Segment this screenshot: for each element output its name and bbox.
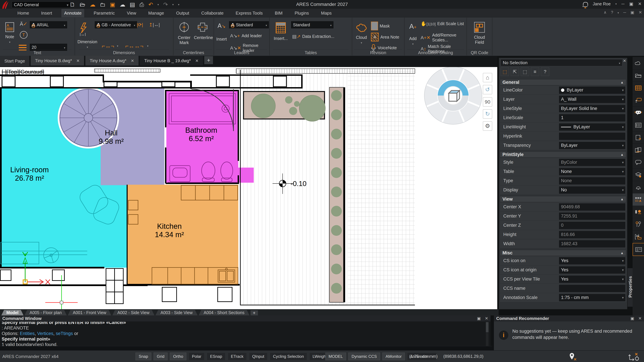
section-printstyle[interactable]: PrintStyle▲: [500, 151, 626, 158]
layer-field[interactable]: A_ Wall▾: [559, 95, 626, 103]
user-menu-caret-icon[interactable]: [615, 2, 617, 5]
doc-close-icon[interactable]: ✕: [639, 10, 642, 15]
cloud-palette-icon[interactable]: [632, 57, 644, 69]
table-style-select[interactable]: Standard: [291, 21, 334, 28]
data-extraction-button[interactable]: ▤↗Data Extraction...: [292, 34, 334, 39]
toggle-dynamic-ccs[interactable]: Dynamic CCS: [348, 353, 380, 360]
text-style-select[interactable]: AARIAL: [30, 21, 67, 28]
center-mark-button[interactable]: Center Mark: [176, 22, 192, 45]
display-field[interactable]: No▾: [559, 186, 626, 194]
linestyle-field[interactable]: ByLayer Solid line▾: [559, 105, 626, 112]
close-icon[interactable]: ✕: [485, 316, 488, 321]
cs-icon-on-field[interactable]: Yes▾: [559, 257, 626, 265]
nav-buttons[interactable]: ⌂ ↺ 90 ↻ ⚙: [483, 73, 492, 131]
toggle-cycling-selection[interactable]: Cycling Selection: [270, 353, 307, 360]
floor-plan[interactable]: -0.10 Living-room 26.78 m² Hall 9.98 m² …: [0, 67, 497, 309]
option-link[interactable]: seTtings: [56, 331, 73, 336]
dimension-style-select[interactable]: AGB - Annotative: [95, 21, 137, 28]
structure-palette-icon[interactable]: [632, 243, 644, 256]
recommender-header[interactable]: Command Recommender ▣✕: [494, 316, 644, 322]
select-entities-button[interactable]: ⬚: [500, 67, 509, 76]
close-icon[interactable]: ✕: [623, 58, 626, 63]
toggle-polar[interactable]: Polar: [189, 353, 204, 360]
help-icon[interactable]: ?: [611, 10, 613, 15]
find-text-icon[interactable]: T: [20, 31, 28, 39]
lineweight-field[interactable]: ByLayer▾: [559, 123, 626, 131]
dimension-update-icon[interactable]: |⟳|: [137, 22, 143, 27]
open-palette-icon[interactable]: [632, 69, 644, 82]
note-button[interactable]: Note: [3, 22, 16, 44]
doc-tab-start-page[interactable]: Start Page: [0, 56, 29, 66]
toggle-etrack[interactable]: ETrack: [228, 353, 247, 360]
command-history[interactable]: Specify internal point or press ENTER to…: [2, 322, 484, 346]
add-remove-scales-button[interactable]: A+✕ Add/Remove Scales...: [420, 33, 466, 42]
location-pin-icon[interactable]: ✕: [568, 352, 576, 361]
table-palette-icon[interactable]: [632, 82, 644, 94]
dimension-extend-icon[interactable]: ↥|↔|: [149, 22, 160, 27]
compare-palette-icon[interactable]: [632, 144, 644, 156]
viewport-control-label[interactable]: [ ][Top][Gouraud]: [2, 68, 44, 75]
toggle-qinput[interactable]: QInput: [249, 353, 268, 360]
command-window-header[interactable]: Command Window ▣✕: [0, 316, 490, 322]
toggle-amonitor[interactable]: AMonitor: [382, 353, 405, 360]
notifications-bell-icon[interactable]: [583, 2, 588, 6]
section-view[interactable]: View▲: [500, 196, 626, 202]
float-icon[interactable]: ▣: [477, 316, 481, 321]
cs-icon-origin-field[interactable]: Yes▾: [559, 266, 626, 274]
navigation-wheel[interactable]: [424, 67, 482, 124]
centerline-button[interactable]: Centerline: [194, 22, 211, 40]
section-misc[interactable]: Misc▲: [500, 250, 626, 256]
transparency-field[interactable]: ByLayer▾: [559, 142, 626, 149]
toggle-grid[interactable]: Grid: [154, 353, 168, 360]
quick-select-button[interactable]: ≡: [531, 67, 539, 76]
cloud-field-button[interactable]: CloudField: [472, 22, 487, 45]
toggle-esnap[interactable]: ESnap: [207, 353, 225, 360]
style-manager-palette-icon[interactable]: [632, 206, 644, 218]
linescale-field[interactable]: 1: [559, 114, 626, 122]
mask-button[interactable]: Mask: [371, 22, 390, 30]
new-layout-button[interactable]: +: [250, 310, 258, 316]
layers-palette-icon[interactable]: [632, 169, 644, 181]
layout-tab-model[interactable]: Model: [1, 310, 24, 316]
properties-side-tab[interactable]: Properties: [628, 268, 632, 307]
ribbon-collapse-icon[interactable]: ∧: [604, 10, 606, 15]
add-leader-button[interactable]: A↘+Add leader: [230, 33, 262, 38]
revision-cloud-button[interactable]: Cloud: [354, 22, 369, 45]
smart-dimension-icon[interactable]: |↔|: [79, 23, 89, 37]
leader-style-select[interactable]: AStandard: [229, 21, 269, 28]
tab-manage[interactable]: Manage: [146, 9, 167, 17]
annotation-scale-field[interactable]: 1:75 - cm mm▾: [559, 294, 626, 302]
dimension-baseline-caret[interactable]: [147, 44, 148, 48]
close-icon[interactable]: [76, 58, 80, 63]
table-field[interactable]: None▾: [559, 168, 626, 175]
box-select-button[interactable]: ⬚: [521, 67, 529, 76]
deselect-button[interactable]: ⇱: [511, 67, 519, 76]
layout-tab-a002[interactable]: A002 - Side View: [112, 310, 154, 316]
hyperlink-field[interactable]: [559, 132, 626, 140]
layout-tab-a004[interactable]: A004 - Short Sections: [198, 310, 250, 316]
dimension-linear-caret[interactable]: [117, 44, 118, 48]
command-input[interactable]: [0, 346, 492, 350]
layout-tab-a003[interactable]: A003 - Side View: [156, 310, 198, 316]
tab-maps[interactable]: Maps: [318, 9, 334, 17]
window-close-button[interactable]: ✕: [638, 1, 642, 6]
edit-scale-list-button[interactable]: ✋[1|10] Edit Scale List: [420, 21, 464, 26]
window-minimize-button[interactable]: ─: [621, 1, 624, 6]
tab-plugins[interactable]: Plugins: [292, 9, 312, 17]
tab-parametric[interactable]: Parametric: [91, 9, 118, 17]
insert-table-button[interactable]: Insert...: [272, 22, 289, 41]
option-link[interactable]: Entities: [20, 331, 35, 336]
doc-tab-tiny-house-b19[interactable]: Tiny House B _ 19.dwg*: [140, 56, 203, 65]
area-note-button[interactable]: AArea Note: [371, 33, 399, 41]
file-history-palette-icon[interactable]: [632, 131, 644, 144]
tab-view[interactable]: View: [124, 9, 139, 17]
add-scale-button[interactable]: A+ Add: [406, 23, 420, 46]
tab-collaborate[interactable]: Collaborate: [198, 9, 226, 17]
tab-insert[interactable]: Insert: [38, 9, 55, 17]
selection-dropdown[interactable]: No Selection: [500, 59, 622, 66]
insert-leader-button[interactable]: A↘ Insert: [216, 22, 228, 41]
tab-bim[interactable]: BIM: [272, 9, 285, 17]
doc-minimize-icon[interactable]: ─: [623, 10, 626, 15]
linecolor-field[interactable]: ByLayer▾: [559, 86, 626, 94]
layout-tab-a001[interactable]: A001 - Front View: [68, 310, 111, 316]
